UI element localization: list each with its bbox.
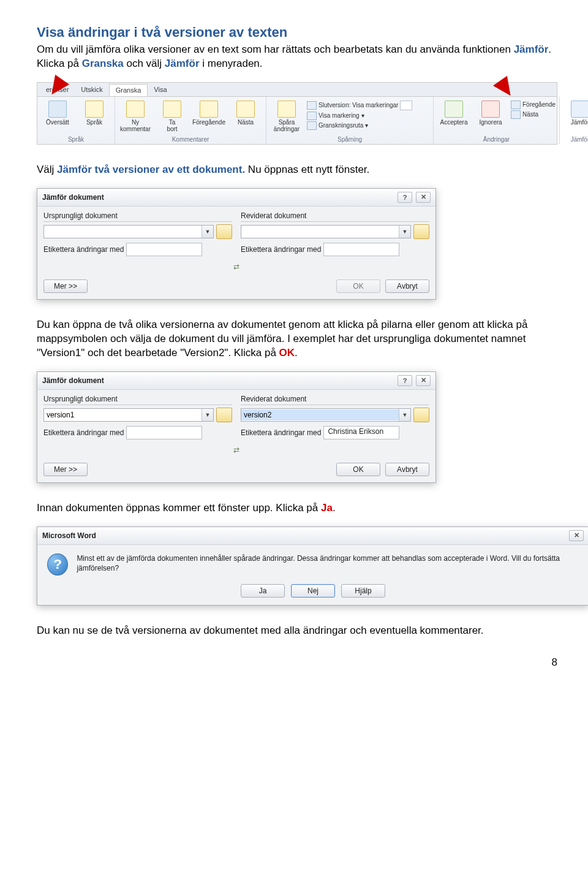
reviewing-pane-dropdown[interactable]: Granskningsruta ▾ (307, 121, 412, 130)
prev-comment-button[interactable]: Föregående (192, 99, 225, 127)
confirm-alert-dialog: Microsoft Word ✕ ? Minst ett av de jämfö… (37, 526, 588, 606)
dialog-title: Jämför dokument (42, 193, 104, 202)
label-changes-with: Etikettera ändringar med (43, 245, 124, 254)
browse-revised-button[interactable] (413, 224, 429, 239)
translate-icon (48, 101, 67, 118)
previous-change-button[interactable]: Föregående (511, 101, 556, 109)
track-changes-icon (277, 101, 296, 118)
label-changes-revised-value: Christina Erikson (323, 426, 399, 439)
ok-button[interactable]: OK (336, 463, 380, 476)
ribbon-group-tracking: Spåra ändringar Slutversion: Visa marker… (266, 97, 434, 144)
dialog-title: Microsoft Word (42, 531, 96, 540)
reject-button[interactable]: Ignorera (474, 99, 507, 127)
more-button[interactable]: Mer >> (43, 463, 88, 476)
revised-document-input[interactable] (241, 226, 399, 237)
alert-message: Minst ett av de jämförda dokumenten inne… (77, 553, 579, 574)
help-button[interactable]: Hjälp (341, 584, 385, 598)
new-comment-button[interactable]: Ny kommentar (119, 99, 152, 134)
track-changes-button[interactable]: Spåra ändringar (270, 99, 303, 134)
reject-icon (481, 101, 500, 118)
original-document-label: Ursprungligt dokument (43, 211, 232, 222)
label: Spåra ändringar (274, 119, 300, 132)
label: Nästa (522, 111, 538, 118)
group-name: Kommentarer (119, 136, 262, 143)
label-changes-with: Etikettera ändringar med (241, 245, 321, 254)
keyword-jamfor-2: Jämför (165, 58, 200, 69)
close-icon[interactable]: ✕ (416, 375, 431, 386)
ribbon-group-comments: Ny kommentar Ta bort Föregående Nästa Ko… (115, 97, 266, 144)
doc-icon (307, 112, 317, 120)
tab-mailings[interactable]: Utskick (75, 84, 108, 96)
word-ribbon: erenser Utskick Granska Visa Översätt Sp… (37, 82, 557, 145)
browse-original-button[interactable] (216, 224, 232, 239)
tab-view[interactable]: Visa (148, 84, 173, 96)
browse-original-button[interactable] (216, 408, 232, 422)
original-document-combo[interactable]: ▼ (43, 408, 214, 422)
intro-paragraph-1: Om du vill jämföra olika versioner av en… (37, 43, 557, 71)
ok-button[interactable]: OK (336, 279, 380, 293)
browse-revised-button[interactable] (413, 408, 429, 422)
original-document-combo[interactable]: ▼ (43, 225, 214, 238)
chevron-down-icon[interactable]: ▼ (399, 226, 410, 238)
original-document-input[interactable] (44, 409, 202, 420)
language-button[interactable]: Språk (78, 99, 111, 127)
dialog-titlebar[interactable]: Jämför dokument ? ✕ (37, 189, 435, 207)
original-document-input[interactable] (44, 226, 202, 237)
cancel-button[interactable]: Avbryt (385, 279, 429, 293)
label: Språk (86, 119, 102, 126)
question-icon: ? (47, 553, 68, 576)
label-changes-with: Etikettera ändringar med (43, 428, 124, 437)
label-changes-original-value (126, 426, 202, 439)
chevron-down-icon (400, 101, 412, 110)
tab-review[interactable]: Granska (109, 84, 148, 96)
paragraph-5: Du kan nu se de två versionerna av dokum… (37, 624, 557, 638)
no-button[interactable]: Nej (291, 584, 335, 598)
next-comment-button[interactable]: Nästa (229, 99, 262, 127)
compare-button[interactable]: Jämför (564, 99, 588, 127)
more-button[interactable]: Mer >> (43, 279, 88, 293)
translate-button[interactable]: Översätt (41, 99, 74, 127)
revised-document-input[interactable] (241, 409, 399, 420)
dialog-title: Jämför dokument (42, 376, 104, 385)
compare-dialog-empty: Jämför dokument ? ✕ Ursprungligt dokumen… (37, 188, 436, 300)
dialog-titlebar[interactable]: Microsoft Word ✕ (37, 527, 588, 545)
chevron-down-icon[interactable]: ▼ (202, 226, 213, 238)
ribbon-body: Översätt Språk Språk Ny kommentar Ta bor… (37, 97, 557, 144)
swap-icon[interactable]: ⇄ (230, 446, 243, 455)
chevron-down-icon[interactable]: ▼ (202, 409, 213, 421)
swap-icon[interactable]: ⇄ (230, 262, 243, 272)
revised-document-combo[interactable]: ▼ (241, 408, 411, 422)
display-for-review-dropdown[interactable]: Slutversion: Visa markeringar (307, 101, 412, 110)
yes-button[interactable]: Ja (241, 584, 285, 598)
label: Ignorera (479, 119, 502, 126)
text: . (333, 502, 336, 514)
next-change-button[interactable]: Nästa (511, 110, 556, 119)
close-icon[interactable]: ✕ (569, 530, 584, 541)
text: Innan dokumenten öppnas kommer ett fönst… (37, 502, 321, 514)
label: Slutversion: Visa markeringar (318, 102, 398, 108)
help-icon[interactable]: ? (398, 375, 412, 386)
page-number: 8 (37, 656, 557, 669)
cancel-button[interactable]: Avbryt (385, 463, 429, 476)
label: Ta bort (167, 119, 177, 132)
next-icon (511, 110, 521, 119)
show-markup-dropdown[interactable]: Visa markering ▾ (307, 112, 412, 120)
text: Välj (37, 164, 57, 175)
text: Nu öppnas ett nytt fönster. (248, 164, 369, 175)
previous-icon (511, 101, 521, 109)
label: Nästa (238, 119, 254, 126)
label-changes-revised-value (323, 243, 399, 256)
close-icon[interactable]: ✕ (416, 192, 431, 203)
accept-button[interactable]: Acceptera (437, 99, 470, 127)
revised-document-combo[interactable]: ▼ (241, 225, 411, 238)
doc-icon (307, 101, 317, 110)
paragraph-4: Innan dokumenten öppnas kommer ett fönst… (37, 501, 557, 515)
help-icon[interactable]: ? (398, 192, 412, 203)
next-icon (236, 101, 255, 118)
chevron-down-icon[interactable]: ▼ (399, 409, 410, 421)
delete-comment-button[interactable]: Ta bort (156, 99, 189, 134)
new-comment-icon (126, 101, 145, 118)
dialog-titlebar[interactable]: Jämför dokument ? ✕ (37, 372, 435, 390)
label: Visa markering (318, 112, 360, 119)
ribbon-group-language: Översätt Språk Språk (37, 97, 115, 144)
